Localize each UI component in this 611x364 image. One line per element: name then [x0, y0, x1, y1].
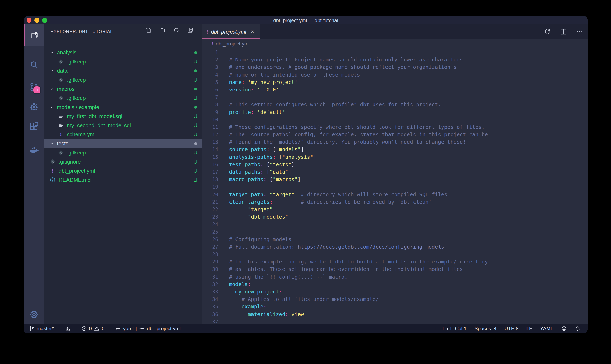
- code-line[interactable]: 12# The `source-paths` config, for examp…: [202, 131, 588, 138]
- language-mode[interactable]: YAML: [540, 326, 553, 332]
- code-line[interactable]: 24: [202, 221, 588, 228]
- code-line[interactable]: 20target-path: "target" # directory whic…: [202, 191, 588, 198]
- line-number: 20: [202, 191, 218, 198]
- code-line[interactable]: 36 materialized: view: [202, 311, 588, 318]
- code-line[interactable]: 23 - "dbt_modules": [202, 213, 588, 221]
- code-line[interactable]: 25: [202, 228, 588, 236]
- tree-file-readme-md[interactable]: README.mdU: [44, 175, 202, 184]
- code-line[interactable]: 5name: 'my_new_project': [202, 78, 588, 86]
- refresh-explorer-icon[interactable]: [173, 27, 180, 34]
- code-line[interactable]: 17data-paths: ["data"]: [202, 168, 588, 176]
- git-branch-status[interactable]: master*: [29, 326, 54, 332]
- code-line[interactable]: 33 my_new_project:: [202, 288, 588, 296]
- tree-file--gitignore[interactable]: .gitignoreU: [44, 157, 202, 166]
- search-icon[interactable]: [24, 54, 44, 76]
- problems-status[interactable]: 0 0: [81, 326, 105, 332]
- extensions-icon[interactable]: [24, 116, 44, 137]
- code-line[interactable]: 9profile: 'default': [202, 109, 588, 116]
- split-editor-icon[interactable]: [560, 28, 567, 35]
- code-line[interactable]: 26# Configuring models: [202, 236, 588, 243]
- code-line[interactable]: 3# and underscores. A good package name …: [202, 64, 588, 71]
- breadcrumb[interactable]: ! dbt_project.yml: [202, 39, 588, 49]
- code-line[interactable]: 32models:: [202, 281, 588, 288]
- git-untracked-badge: U: [194, 131, 197, 138]
- new-folder-icon[interactable]: [159, 27, 166, 34]
- code-line[interactable]: 28: [202, 251, 588, 258]
- docker-icon[interactable]: [24, 140, 44, 161]
- code-line[interactable]: 27# Full documentation: https://docs.get…: [202, 243, 588, 251]
- code-line[interactable]: 34 # Applies to all files under models/e…: [202, 296, 588, 303]
- code-line[interactable]: 30# as tables. These settings can be ove…: [202, 266, 588, 273]
- tasklist-icon: [139, 326, 145, 332]
- tree-folder-tests[interactable]: tests: [44, 139, 202, 148]
- more-actions-icon[interactable]: [576, 28, 583, 35]
- code-line[interactable]: 4# name or the intended use of these mod…: [202, 71, 588, 78]
- code-line[interactable]: 16test-paths: ["tests"]: [202, 161, 588, 168]
- vscode-window: dbt_project.yml — dbt-tutorial 11 EXPLOR…: [24, 16, 588, 333]
- code-line[interactable]: 19: [202, 183, 588, 191]
- settings-gear-icon[interactable]: [24, 304, 44, 325]
- tree-folder-models-example[interactable]: models / example: [44, 103, 202, 112]
- linter-status[interactable]: yaml | dbt_project.yml: [115, 326, 181, 332]
- tree-file--gitkeep[interactable]: .gitkeepU: [44, 93, 202, 103]
- explorer-icon[interactable]: [24, 24, 45, 46]
- code-line[interactable]: 14source-paths: ["models"]: [202, 146, 588, 153]
- notifications-bell-icon[interactable]: [575, 326, 581, 332]
- line-number: 14: [202, 146, 218, 153]
- code-line[interactable]: 6version: '1.0.0': [202, 86, 588, 93]
- tree-folder-data[interactable]: data: [44, 66, 202, 75]
- code-line[interactable]: 13# found in the "models/" directory. Yo…: [202, 138, 588, 146]
- tree-item-label: data: [57, 68, 68, 74]
- tab-close-icon[interactable]: ×: [251, 28, 254, 35]
- open-changes-icon[interactable]: [544, 28, 551, 35]
- sync-publish-icon[interactable]: [65, 326, 70, 332]
- line-number: 19: [202, 183, 218, 191]
- code-line[interactable]: 10: [202, 116, 588, 123]
- git-icon: [58, 150, 64, 156]
- tree-item-label: models / example: [57, 104, 99, 110]
- code-line[interactable]: 37: [202, 318, 588, 324]
- code-line[interactable]: 15analysis-paths: ["analysis"]: [202, 154, 588, 161]
- code-line[interactable]: 35 example:: [202, 303, 588, 311]
- encoding-setting[interactable]: UTF-8: [504, 326, 518, 332]
- git-changes-dot: [194, 106, 197, 109]
- line-number: 35: [202, 303, 218, 311]
- feedback-smiley-icon[interactable]: [561, 326, 567, 332]
- source-control-icon[interactable]: 11: [24, 76, 44, 98]
- new-file-icon[interactable]: [145, 27, 152, 34]
- code-line[interactable]: 8# This setting configures which "profil…: [202, 101, 588, 108]
- indent-guide: [235, 311, 236, 318]
- collapse-folders-icon[interactable]: [187, 27, 194, 34]
- code-line-text: # as tables. These settings can be overr…: [229, 266, 463, 273]
- code-line[interactable]: 1: [202, 49, 588, 56]
- code-line[interactable]: 22 - "target": [202, 206, 588, 213]
- tree-folder-macros[interactable]: macros: [44, 84, 202, 93]
- code-line[interactable]: 7: [202, 93, 588, 101]
- code-line[interactable]: 21clean-targets: # directories to be rem…: [202, 198, 588, 206]
- tree-folder-analysis[interactable]: analysis: [44, 48, 202, 57]
- tree-file-my-first-dbt-model-sql[interactable]: my_first_dbt_model.sqlU: [44, 112, 202, 121]
- tree-file-my-second-dbt-model-sql[interactable]: my_second_dbt_model.sqlU: [44, 121, 202, 130]
- tree-file--gitkeep[interactable]: .gitkeepU: [44, 148, 202, 157]
- code-editor[interactable]: 12# Name your project! Project names sho…: [202, 49, 588, 324]
- line-number: 32: [202, 281, 218, 288]
- code-line[interactable]: 18macro-paths: ["macros"]: [202, 176, 588, 183]
- indentation-setting[interactable]: Spaces: 4: [474, 326, 497, 332]
- eol-setting[interactable]: LF: [526, 326, 532, 332]
- git-untracked-badge: U: [194, 77, 197, 83]
- code-line[interactable]: 31# using the `{{ config(...) }}` macro.: [202, 273, 588, 281]
- debug-icon[interactable]: [24, 96, 44, 117]
- tree-item-label: macros: [57, 86, 75, 92]
- code-line-text: materialized: view: [229, 311, 304, 318]
- line-number: 30: [202, 266, 218, 273]
- tree-file--gitkeep[interactable]: .gitkeepU: [44, 57, 202, 66]
- tree-file--gitkeep[interactable]: .gitkeepU: [44, 75, 202, 84]
- line-number: 3: [202, 64, 218, 71]
- tree-file-schema-yml[interactable]: !schema.ymlU: [44, 130, 202, 139]
- tree-file-dbt-project-yml[interactable]: !dbt_project.ymlU: [44, 166, 202, 175]
- code-line[interactable]: 11# These configurations specify where d…: [202, 123, 588, 131]
- cursor-position[interactable]: Ln 1, Col 1: [443, 326, 467, 332]
- code-line[interactable]: 2# Name your project! Project names shou…: [202, 56, 588, 64]
- tab-dbt-project-yml[interactable]: ! dbt_project.yml ×: [202, 24, 260, 39]
- code-line[interactable]: 29# In this example config, we tell dbt …: [202, 258, 588, 266]
